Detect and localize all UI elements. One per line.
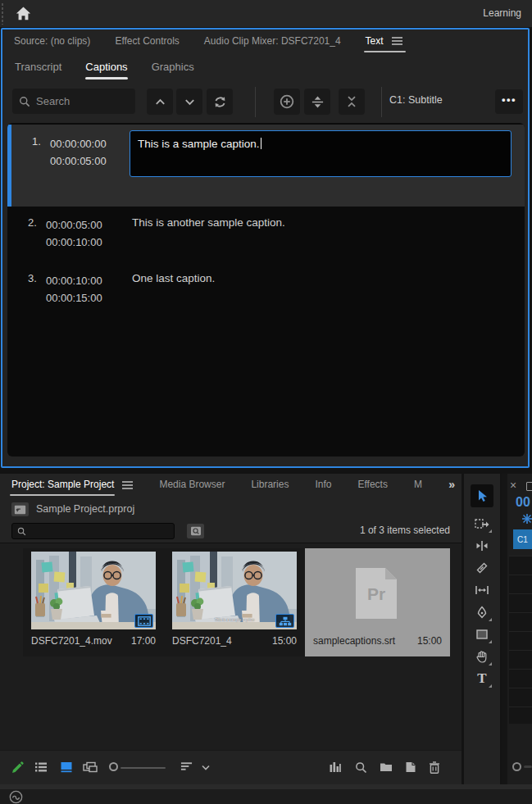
- tab-markers-truncated[interactable]: M: [414, 479, 425, 490]
- trash-icon: [429, 761, 440, 774]
- caption-start-time[interactable]: 00:00:10:00: [46, 272, 102, 289]
- home-icon[interactable]: [16, 7, 31, 20]
- caption-track-header[interactable]: C1: [513, 529, 532, 549]
- merge-captions-button[interactable]: [339, 89, 365, 115]
- close-panel-icon[interactable]: ×: [510, 479, 516, 492]
- timeline-zoom-handle[interactable]: [512, 762, 521, 771]
- add-caption-button[interactable]: [274, 89, 300, 115]
- caption-row-1[interactable]: 1. 00:00:00:00 00:00:05:00 This is a sam…: [7, 125, 525, 207]
- panel-drag-handle[interactable]: [1, 2, 5, 25]
- caption-timecodes[interactable]: 00:00:05:00 00:00:10:00: [46, 216, 102, 251]
- tab-audio-clip-mixer[interactable]: Audio Clip Mixer: DSFC7201_4: [204, 35, 341, 47]
- caption-search-box[interactable]: [12, 89, 135, 114]
- movie-badge[interactable]: [134, 614, 153, 628]
- timeline-zoom-track[interactable]: [524, 765, 532, 768]
- new-item-button[interactable]: [405, 761, 416, 773]
- tab-project[interactable]: Project: Sample Project: [11, 479, 133, 490]
- pen-tool[interactable]: [471, 601, 493, 623]
- subtab-transcript[interactable]: Transcript: [15, 61, 61, 73]
- tab-info[interactable]: Info: [315, 479, 331, 490]
- razor-tool[interactable]: [471, 556, 493, 579]
- caption-row-3[interactable]: 3. 00:00:10:00 00:00:15:00 One last capt…: [7, 264, 525, 326]
- panel-menu-icon[interactable]: [122, 484, 133, 486]
- item-name[interactable]: DSFC7201_4: [172, 635, 232, 647]
- selection-tool[interactable]: [471, 484, 493, 507]
- sync-captions-button[interactable]: [207, 89, 233, 115]
- track-select-forward-tool[interactable]: [471, 512, 493, 534]
- project-item-captions-file[interactable]: Pr samplecaptions.srt 15:00: [305, 548, 450, 656]
- caption-end-time[interactable]: 00:00:05:00: [50, 152, 107, 170]
- project-search-box[interactable]: [11, 523, 175, 539]
- ripple-edit-tool[interactable]: [471, 534, 493, 556]
- caption-timecodes[interactable]: 00:00:10:00 00:00:15:00: [46, 272, 102, 307]
- pr-logo-text: Pr: [354, 584, 398, 604]
- type-tool[interactable]: T: [471, 667, 493, 689]
- caption-search-input[interactable]: [36, 95, 129, 107]
- list-view-button[interactable]: [34, 761, 48, 773]
- caption-end-time[interactable]: 00:00:15:00: [46, 289, 102, 307]
- sort-icons-button[interactable]: [180, 761, 193, 771]
- tab-effect-controls[interactable]: Effect Controls: [115, 35, 179, 47]
- subtab-captions[interactable]: Captions: [85, 61, 127, 73]
- zoom-slider-handle[interactable]: [109, 762, 118, 771]
- tab-effects[interactable]: Effects: [357, 479, 387, 490]
- panel-menu-icon[interactable]: [392, 40, 402, 42]
- hand-tool[interactable]: [471, 645, 493, 667]
- previous-caption-button[interactable]: [147, 89, 173, 115]
- premiere-file-icon: Pr: [354, 566, 398, 620]
- project-item-movie[interactable]: DSFC7201_4.mov 17:00: [23, 548, 164, 656]
- caption-end-time[interactable]: 00:00:10:00: [46, 234, 102, 251]
- snap-icon[interactable]: [521, 513, 532, 525]
- caption-start-time[interactable]: 00:00:05:00: [46, 216, 102, 234]
- type-tool-icon: T: [477, 670, 486, 687]
- caption-start-time[interactable]: 00:00:00:00: [50, 135, 107, 152]
- tab-text[interactable]: Text: [366, 35, 402, 47]
- item-duration: 17:00: [131, 635, 156, 647]
- new-bin-button[interactable]: [380, 761, 393, 772]
- item-name[interactable]: samplecaptions.srt: [313, 635, 395, 647]
- text-cursor: [261, 138, 261, 149]
- caption-row-2[interactable]: 2. 00:00:05:00 00:00:10:00 This is anoth…: [7, 208, 525, 270]
- caption-text[interactable]: This is another sample caption.: [132, 216, 285, 229]
- tab-overflow-chevron[interactable]: »: [448, 478, 455, 491]
- panel-divider[interactable]: [502, 474, 507, 784]
- toolbar-divider: [255, 87, 256, 117]
- tab-libraries[interactable]: Libraries: [251, 479, 289, 490]
- caption-track-label[interactable]: C1: Subtitle: [389, 94, 443, 106]
- caption-list: 1. 00:00:00:00 00:00:05:00 This is a sam…: [7, 123, 525, 457]
- freeform-view-button[interactable]: [83, 761, 98, 773]
- breadcrumb[interactable]: Sample Project.prproj: [36, 503, 134, 515]
- pen-icon: [475, 606, 489, 619]
- project-item-sequence[interactable]: This is a sample caption DSFC7201_4 15:0…: [164, 548, 305, 656]
- split-caption-button[interactable]: [304, 89, 330, 115]
- rectangle-tool[interactable]: [471, 623, 493, 645]
- caption-text[interactable]: One last caption.: [132, 272, 215, 284]
- item-name[interactable]: DSFC7201_4.mov: [31, 635, 112, 647]
- slip-tool[interactable]: [471, 579, 493, 601]
- clear-button[interactable]: [429, 761, 440, 774]
- creative-cloud-icon[interactable]: [9, 790, 23, 804]
- timeline-tab-icon[interactable]: [526, 482, 532, 491]
- icon-view-icon: [60, 761, 73, 773]
- find-button[interactable]: [355, 761, 367, 774]
- sort-menu-chevron[interactable]: [202, 765, 210, 770]
- zoom-slider-track[interactable]: [120, 767, 166, 769]
- caption-options-button[interactable]: •••: [495, 89, 523, 114]
- workspace-label[interactable]: Learning: [483, 7, 521, 19]
- next-caption-button[interactable]: [176, 89, 202, 115]
- timeline-timecode[interactable]: 00: [516, 495, 530, 510]
- subtab-graphics[interactable]: Graphics: [152, 61, 194, 73]
- caption-timecodes[interactable]: 00:00:00:00 00:00:05:00: [50, 135, 107, 170]
- search-bin-button[interactable]: [187, 524, 204, 538]
- project-writable-toggle[interactable]: [11, 761, 24, 774]
- active-tab-underline: [10, 494, 115, 496]
- tab-media-browser[interactable]: Media Browser: [159, 479, 225, 490]
- navigate-up-button[interactable]: [11, 502, 29, 516]
- project-search-input[interactable]: [30, 525, 169, 537]
- icon-view-button[interactable]: [60, 761, 73, 773]
- timeline-tracks[interactable]: [509, 556, 532, 724]
- tab-source[interactable]: Source: (no clips): [14, 35, 90, 47]
- sequence-badge[interactable]: [275, 614, 294, 628]
- caption-text-editor[interactable]: This is a sample caption.: [130, 130, 512, 177]
- automate-to-sequence-button[interactable]: [329, 761, 342, 773]
